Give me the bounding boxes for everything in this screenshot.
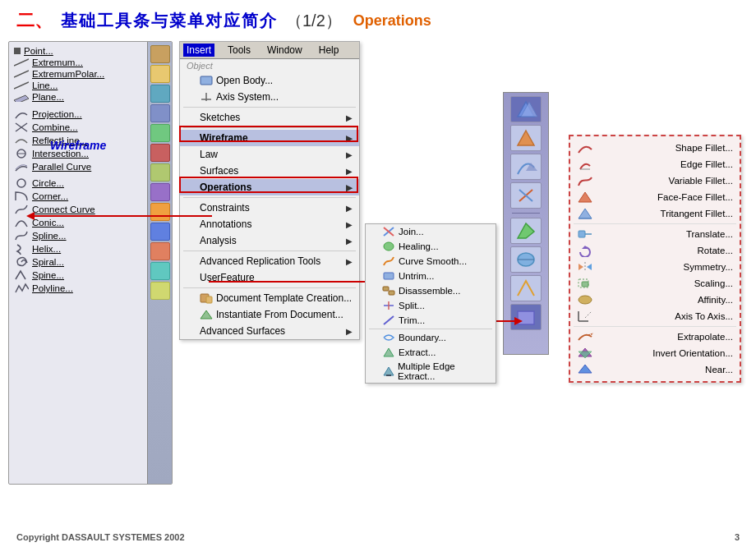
fillet-item-affinity[interactable]: Affinity... — [570, 292, 740, 308]
menu-item-openbody[interactable]: Open Body... — [180, 72, 359, 89]
scaling-icon — [577, 277, 593, 290]
menu-item-advreplication[interactable]: Advanced Replication Tools ▶ — [180, 253, 359, 269]
strip-icon-10[interactable] — [150, 223, 170, 241]
menu-item-constraints[interactable]: Constraints ▶ — [180, 200, 359, 216]
menu-bar-help[interactable]: Help — [316, 44, 343, 57]
right-icon-5[interactable] — [510, 218, 542, 244]
extremumpolar-link[interactable]: ExtremumPolar... — [32, 69, 104, 79]
spline-link[interactable]: Spline... — [32, 231, 67, 241]
doctemplate-icon — [200, 292, 213, 304]
toolbar-scroll-strip — [147, 42, 172, 484]
boundary-icon — [382, 332, 395, 343]
strip-icon-2[interactable] — [150, 65, 170, 83]
fillet-item-edgefillet[interactable]: Edge Fillet... — [570, 156, 740, 172]
ops-item-untrim[interactable]: Untrim... — [366, 269, 496, 283]
connectcurve-link[interactable]: Connect Curve — [32, 205, 95, 214]
operations-arrow: ▶ — [346, 183, 353, 192]
ops-item-extract[interactable]: Extract... — [366, 345, 496, 360]
menu-bar-tools[interactable]: Tools — [224, 44, 254, 57]
plane-link[interactable]: Plane... — [32, 92, 64, 102]
menu-sep-3 — [183, 197, 356, 198]
spine-icon — [14, 269, 29, 281]
ops-item-trim[interactable]: Trim... — [366, 313, 496, 328]
fillet-item-axistoaxis[interactable]: Axis To Axis... — [570, 308, 740, 324]
corner-link[interactable]: Corner... — [32, 191, 68, 201]
strip-icon-12[interactable] — [150, 262, 170, 280]
menu-item-doctemplate[interactable]: Document Template Creation... — [180, 290, 359, 306]
menu-item-law[interactable]: Law ▶ — [180, 146, 359, 163]
fillet-item-invertorientation[interactable]: Invert Orientation... — [570, 345, 740, 361]
operations-submenu: Join... Healing... Curve Smooth... Untri… — [365, 223, 496, 384]
menu-item-annotations[interactable]: Annotations ▶ — [180, 216, 359, 232]
fillet-item-extrapolate[interactable]: Extrapolate... — [570, 329, 740, 345]
wireframe-arrow-left-head — [26, 212, 35, 220]
menu-bar-window[interactable]: Window — [264, 44, 306, 57]
svg-point-40 — [579, 296, 592, 304]
menu-item-operations[interactable]: Operations ▶ — [180, 179, 359, 195]
parallelcurve-link[interactable]: Parallel Curve — [32, 162, 91, 172]
polyline-link[interactable]: Polyline... — [32, 283, 73, 293]
right-icon-3[interactable] — [510, 154, 542, 180]
menu-item-wireframe[interactable]: Wireframe ▶ — [180, 130, 359, 146]
menu-item-sketches[interactable]: Sketches ▶ — [180, 109, 359, 126]
fillet-item-shapefillet[interactable]: Shape Fillet... — [570, 140, 740, 156]
menu-item-surfaces[interactable]: Surfaces ▶ — [180, 163, 359, 179]
ops-item-curvesmooth[interactable]: Curve Smooth... — [366, 254, 496, 269]
combine-link[interactable]: Combine... — [32, 122, 78, 132]
menu-item-userfeature[interactable]: UserFeature — [180, 269, 359, 286]
ops-item-multiedge[interactable]: Multiple Edge Extract... — [366, 360, 496, 383]
right-icon-4[interactable] — [510, 182, 542, 209]
menu-item-instantiate[interactable]: Instantiate From Document... — [180, 306, 359, 323]
strip-icon-6[interactable] — [150, 144, 170, 162]
svg-line-43 — [585, 311, 592, 318]
spiral-link[interactable]: Spiral... — [32, 257, 64, 267]
menu-item-advsurfaces[interactable]: Advanced Surfaces ▶ — [180, 323, 359, 339]
right-icon-7[interactable] — [510, 275, 542, 301]
menu-item-analysis[interactable]: Analysis ▶ — [180, 232, 359, 249]
helix-link[interactable]: Helix... — [32, 244, 61, 254]
fillet-item-translate[interactable]: Translate... — [570, 226, 740, 242]
extrapolate-icon — [577, 330, 593, 343]
fillet-item-symmetry[interactable]: Symmetry... — [570, 259, 740, 275]
strip-icon-9[interactable] — [150, 203, 170, 221]
point-link[interactable]: Point... — [24, 46, 53, 56]
right-strip-separator — [512, 213, 540, 214]
menu-item-axissystem[interactable]: Axis System... — [180, 89, 359, 105]
fillet-item-facefacefillet[interactable]: Face-Face Fillet... — [570, 189, 740, 205]
fillet-item-variablefillet[interactable]: Variable Fillet... — [570, 172, 740, 189]
fillet-item-tritangent[interactable]: Tritangent Fillet... — [570, 205, 740, 222]
fillet-item-near[interactable]: Near... — [570, 361, 740, 378]
spine-link[interactable]: Spine... — [32, 270, 64, 280]
strip-icon-8[interactable] — [150, 183, 170, 201]
fillet-item-rotate[interactable]: Rotate... — [570, 242, 740, 259]
strip-icon-1[interactable] — [150, 45, 170, 63]
circle-link[interactable]: Circle... — [32, 178, 64, 188]
right-icon-6[interactable] — [510, 246, 542, 273]
fillet-item-scaling[interactable]: Scaling... — [570, 275, 740, 292]
ops-item-healing[interactable]: Healing... — [366, 239, 496, 254]
strip-icon-11[interactable] — [150, 242, 170, 260]
instantiate-icon — [200, 309, 213, 320]
menu-bar-insert[interactable]: Insert — [183, 44, 214, 57]
strip-icon-4[interactable] — [150, 104, 170, 122]
strip-icon-3[interactable] — [150, 85, 170, 103]
conic-link[interactable]: Conic... — [32, 218, 64, 228]
ops-item-join[interactable]: Join... — [366, 224, 496, 239]
strip-icon-7[interactable] — [150, 163, 170, 182]
axistoaxis-icon — [577, 310, 593, 323]
ops-item-disassemble[interactable]: Disassemble... — [366, 283, 496, 298]
join-icon — [382, 226, 395, 237]
ops-item-boundary[interactable]: Boundary... — [366, 330, 496, 345]
menu-bar: Insert Tools Window Help — [180, 42, 359, 59]
right-icon-2[interactable] — [510, 125, 542, 151]
ops-item-split[interactable]: Split... — [366, 298, 496, 313]
extract-icon — [382, 347, 395, 358]
wireframe-arrow: ▶ — [346, 134, 353, 143]
right-icon-1[interactable] — [510, 96, 542, 122]
extremum-link[interactable]: Extremum... — [32, 57, 83, 67]
line-link[interactable]: Line... — [32, 80, 58, 90]
projection-link[interactable]: Projection... — [32, 109, 82, 119]
strip-icon-13[interactable] — [150, 282, 170, 300]
ri-icon-6-svg — [514, 249, 537, 270]
strip-icon-5[interactable] — [150, 124, 170, 142]
